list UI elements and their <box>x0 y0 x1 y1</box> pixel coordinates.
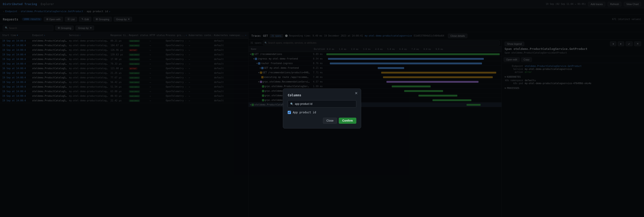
modal-search-icon: 🔍 <box>290 103 294 106</box>
app-product-id-checkbox[interactable] <box>288 111 291 114</box>
app-product-id-label: App product id <box>293 111 316 114</box>
modal-search-wrap: 🔍 <box>288 100 356 108</box>
modal-close-button[interactable]: Close <box>323 118 337 124</box>
columns-modal: Columns ✕ 🔍 App product id Close Confirm <box>283 88 361 129</box>
modal-confirm-button[interactable]: Confirm <box>339 118 356 124</box>
modal-title: Columns <box>288 93 356 97</box>
modal-footer: Close Confirm <box>288 118 356 124</box>
modal-overlay[interactable]: Columns ✕ 🔍 App product id Close Confirm <box>0 0 644 217</box>
modal-search-input[interactable] <box>295 102 354 106</box>
modal-close-icon[interactable]: ✕ <box>355 91 358 95</box>
modal-checkbox-row: App product id <box>288 111 356 114</box>
